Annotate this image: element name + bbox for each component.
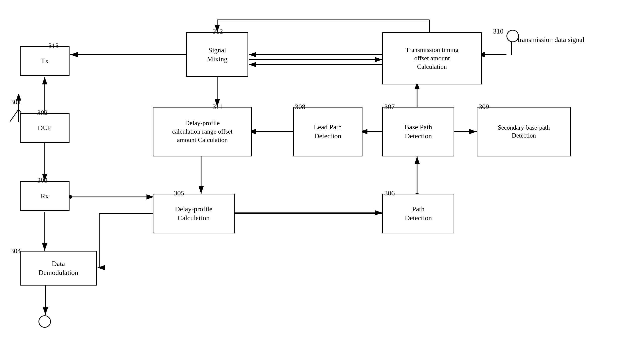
label-308: 308 bbox=[295, 103, 305, 111]
label-309: 309 bbox=[479, 103, 489, 111]
tx-timing-offset-block: Transmission timing offset amount Calcul… bbox=[382, 32, 482, 84]
label-311: 311 bbox=[212, 103, 223, 111]
label-303: 303 bbox=[37, 176, 48, 184]
path-detection-block: Path Detection bbox=[382, 194, 454, 234]
signal-mixing-block: Signal Mixing bbox=[186, 32, 248, 77]
data-demodulation-block: Data Demodulation bbox=[20, 251, 97, 286]
delay-profile-calc-block: Delay-profile Calculation bbox=[153, 194, 234, 234]
label-304: 304 bbox=[10, 247, 21, 255]
label-302: 302 bbox=[37, 109, 48, 117]
tx-block: Tx bbox=[20, 46, 70, 76]
input-terminal-tx-data bbox=[506, 30, 519, 42]
diagram: Tx DUP Rx Data Demodulation Signal Mixin… bbox=[0, 0, 644, 363]
label-305: 305 bbox=[174, 189, 184, 197]
svg-line-27 bbox=[10, 109, 18, 122]
label-307: 307 bbox=[384, 103, 395, 111]
rx-block: Rx bbox=[20, 181, 70, 211]
label-312: 312 bbox=[212, 27, 223, 35]
secondary-base-path-block: Secondary-base-path Detection bbox=[477, 107, 571, 156]
label-313: 313 bbox=[48, 42, 59, 50]
label-transmission-data: transmission data signal bbox=[518, 35, 584, 44]
label-306: 306 bbox=[384, 189, 395, 197]
lead-path-detection-block: Lead Path Detection bbox=[293, 107, 362, 156]
label-301: 301 bbox=[10, 98, 21, 106]
label-310: 310 bbox=[493, 27, 504, 35]
output-terminal bbox=[38, 315, 51, 328]
dup-block: DUP bbox=[20, 113, 70, 143]
delay-profile-calc-range-block: Delay-profile calculation range offset a… bbox=[153, 107, 252, 156]
base-path-detection-block: Base Path Detection bbox=[382, 107, 454, 156]
